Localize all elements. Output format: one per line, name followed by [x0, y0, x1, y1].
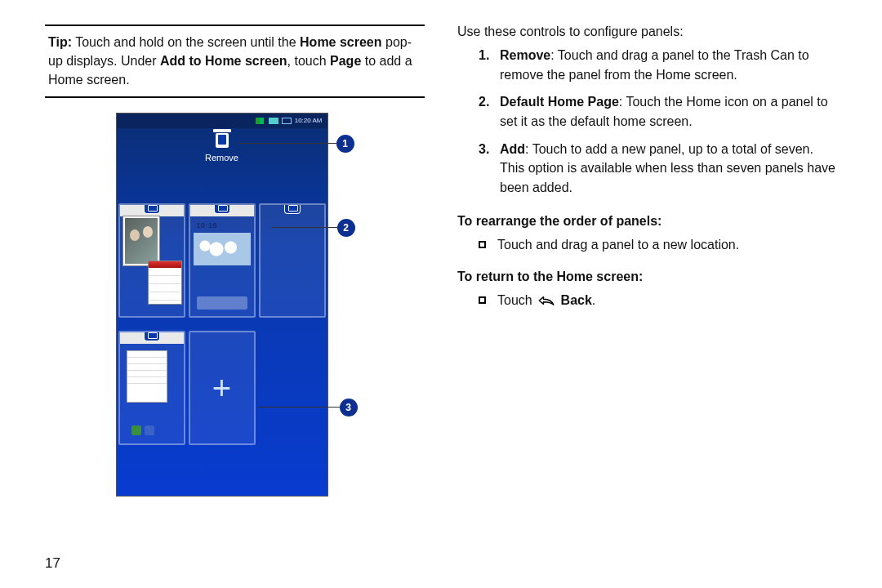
- list-item: 3. Add: Touch to add a new panel, up to …: [479, 140, 837, 198]
- right-column: Use these controls to configure panels: …: [457, 24, 837, 572]
- tip-bold-1: Home screen: [300, 35, 382, 49]
- bullet-bold: Back: [561, 293, 592, 307]
- panel-thumbnail: [118, 331, 185, 445]
- wallpaper: [194, 233, 251, 265]
- calendar-widget: [148, 261, 182, 305]
- page-number: 17: [45, 531, 425, 572]
- callout-bubble: 1: [336, 135, 354, 153]
- list-item: Touch Back.: [479, 291, 837, 310]
- item-number: 3.: [479, 140, 500, 198]
- tip-text-1: Touch and hold on the screen until the: [72, 35, 300, 49]
- bullet-pre: Touch: [497, 293, 536, 307]
- bullet-text: Touch Back.: [497, 291, 595, 310]
- intro-text: Use these controls to configure panels:: [457, 24, 837, 39]
- signal-icon: [256, 118, 264, 124]
- item-number: 1.: [479, 46, 500, 84]
- callout-1: 1: [116, 135, 354, 153]
- home-indicator-icon: [214, 204, 230, 214]
- bullet-list: Touch and drag a panel to a new location…: [457, 235, 837, 261]
- home-indicator-icon: [284, 204, 301, 214]
- note-widget: [127, 350, 167, 403]
- list-item: 1. Remove: Touch and drag a panel to the…: [479, 46, 837, 84]
- item-text: Add: Touch to add a new panel, up to a t…: [500, 140, 837, 198]
- home-indicator-icon: [144, 332, 160, 341]
- wifi-icon: [269, 118, 278, 124]
- tip-label: Tip:: [48, 35, 72, 49]
- item-text: Remove: Touch and drag a panel to the Tr…: [500, 46, 837, 84]
- figure-wrap: 10:20 AM Remove: [45, 113, 425, 497]
- add-panel-button: +: [189, 331, 256, 445]
- dock: [197, 296, 247, 310]
- bullet-square-icon: [479, 241, 486, 248]
- figure: 10:20 AM Remove: [116, 113, 354, 497]
- app-icons: [131, 425, 154, 435]
- numbered-list: 1. Remove: Touch and drag a panel to the…: [457, 46, 837, 206]
- item-term: Default Home Page: [500, 95, 619, 109]
- callout-line: [272, 227, 337, 228]
- status-bar: 10:20 AM: [117, 114, 327, 128]
- tip-paragraph: Tip: Touch and hold on the screen until …: [45, 26, 425, 96]
- callout-bubble: 2: [337, 219, 355, 237]
- subheading-return: To return to the Home screen:: [457, 270, 837, 284]
- tip-bold-2: Add to Home screen: [160, 54, 287, 68]
- callout-2: 2: [116, 219, 355, 237]
- item-term: Remove: [500, 48, 550, 62]
- subheading-rearrange: To rearrange the order of panels:: [457, 214, 837, 229]
- status-time: 10:20 AM: [295, 117, 323, 124]
- tip-bold-3: Page: [330, 54, 361, 68]
- bullet-square-icon: [479, 296, 486, 304]
- item-term: Add: [500, 142, 525, 156]
- tip-text-3: , touch: [287, 54, 330, 68]
- left-column: Tip: Touch and hold on the screen until …: [45, 24, 425, 572]
- bullet-text: Touch and drag a panel to a new location…: [497, 235, 739, 255]
- remove-label: Remove: [117, 153, 327, 163]
- item-desc: : Touch to add a new panel, up to a tota…: [500, 142, 835, 194]
- rule-bottom: [45, 96, 425, 98]
- bullet-post: .: [592, 293, 595, 307]
- phone-screenshot: 10:20 AM Remove: [116, 113, 328, 497]
- callout-line: [258, 407, 340, 408]
- list-item: Touch and drag a panel to a new location…: [479, 235, 837, 255]
- callout-3: 3: [116, 399, 358, 416]
- bullet-list: Touch Back.: [457, 291, 837, 317]
- item-number: 2.: [479, 92, 500, 131]
- manual-page: Tip: Touch and hold on the screen until …: [0, 0, 882, 588]
- list-item: 2. Default Home Page: Touch the Home ico…: [479, 92, 837, 131]
- back-icon: [537, 295, 555, 306]
- callout-line: [238, 143, 336, 144]
- item-text: Default Home Page: Touch the Home icon o…: [500, 92, 837, 131]
- home-indicator-icon: [144, 204, 160, 214]
- battery-icon: [282, 118, 292, 124]
- callout-bubble: 3: [340, 399, 358, 416]
